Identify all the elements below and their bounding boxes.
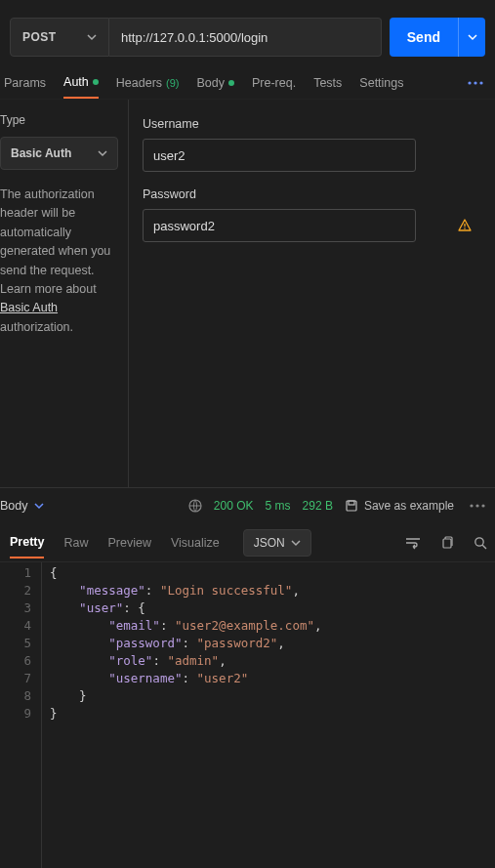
response-more[interactable] xyxy=(466,504,489,508)
auth-panel: Type Basic Auth The authorization header… xyxy=(0,100,495,488)
response-format-select[interactable]: JSON xyxy=(243,529,311,557)
svg-rect-7 xyxy=(349,501,354,505)
auth-help-link[interactable]: Basic Auth xyxy=(0,301,58,314)
auth-sidebar: Type Basic Auth The authorization header… xyxy=(0,100,129,487)
send-button-group: Send xyxy=(390,18,485,57)
view-tab-raw[interactable]: Raw xyxy=(63,536,88,550)
response-format-value: JSON xyxy=(254,536,285,550)
svg-rect-11 xyxy=(443,539,451,548)
response-status: 200 OK xyxy=(214,499,254,513)
svg-point-2 xyxy=(479,81,482,84)
tab-tests[interactable]: Tests xyxy=(313,66,342,99)
warning-icon xyxy=(458,219,472,232)
headers-count: (9) xyxy=(166,77,179,89)
svg-point-0 xyxy=(468,81,471,84)
tab-body-label: Body xyxy=(197,76,226,90)
http-method-select[interactable]: POST xyxy=(10,18,109,57)
chevron-down-icon xyxy=(87,32,97,42)
request-url-input[interactable] xyxy=(109,18,382,57)
code-content: { "message": "Login successful", "user":… xyxy=(41,562,495,868)
auth-help-post: authorization. xyxy=(0,320,73,334)
username-label: Username xyxy=(143,117,481,131)
password-row: Password xyxy=(143,187,481,242)
auth-help-pre: The authorization header will be automat… xyxy=(0,187,110,296)
response-body-dropdown[interactable]: Body xyxy=(0,499,44,513)
response-body-label: Body xyxy=(0,499,28,513)
svg-point-1 xyxy=(474,81,476,84)
svg-line-13 xyxy=(482,545,486,549)
response-size: 292 B xyxy=(303,499,333,513)
response-toolbar xyxy=(405,536,487,550)
view-tab-preview[interactable]: Preview xyxy=(107,536,150,550)
auth-type-label: Type xyxy=(0,113,118,127)
copy-icon[interactable] xyxy=(440,536,454,550)
chevron-down-icon xyxy=(291,538,301,548)
username-input[interactable] xyxy=(143,139,416,172)
auth-type-value: Basic Auth xyxy=(11,146,71,160)
tab-headers[interactable]: Headers (9) xyxy=(116,66,180,99)
auth-help-text: The authorization header will be automat… xyxy=(0,186,118,337)
username-row: Username xyxy=(143,117,481,172)
request-tabs: Params Auth Headers (9) Body Pre-req. Te… xyxy=(0,66,495,100)
send-options-button[interactable] xyxy=(458,18,485,57)
save-as-example-label: Save as example xyxy=(364,499,454,513)
response-body-code[interactable]: 123456789 { "message": "Login successful… xyxy=(0,562,495,868)
auth-form: Username Password xyxy=(129,100,495,487)
view-tab-visualize[interactable]: Visualize xyxy=(171,536,220,550)
tab-auth[interactable]: Auth xyxy=(63,66,99,99)
save-as-example-button[interactable]: Save as example xyxy=(345,499,454,513)
tab-params[interactable]: Params xyxy=(4,66,46,99)
response-header: Body 200 OK 5 ms 292 B Save as example xyxy=(0,488,495,523)
request-tabs-more[interactable] xyxy=(468,81,491,85)
tab-auth-label: Auth xyxy=(63,75,89,89)
request-bar: POST Send xyxy=(0,0,495,66)
tab-body[interactable]: Body xyxy=(197,66,235,99)
globe-icon[interactable] xyxy=(188,499,202,513)
chevron-down-icon xyxy=(98,148,107,158)
chevron-down-icon xyxy=(34,501,44,511)
save-icon xyxy=(345,499,358,513)
response-time: 5 ms xyxy=(266,499,291,513)
http-method-value: POST xyxy=(22,30,57,44)
tab-settings[interactable]: Settings xyxy=(359,66,403,99)
active-dot-icon xyxy=(93,79,99,85)
chevron-down-icon xyxy=(468,32,477,42)
password-label: Password xyxy=(143,187,481,201)
line-gutter: 123456789 xyxy=(0,562,41,868)
send-button[interactable]: Send xyxy=(390,18,458,57)
search-icon[interactable] xyxy=(474,536,487,550)
password-input[interactable] xyxy=(143,209,416,242)
svg-point-9 xyxy=(475,504,478,507)
svg-point-4 xyxy=(464,227,466,229)
tab-headers-label: Headers xyxy=(116,76,162,90)
auth-type-select[interactable]: Basic Auth xyxy=(0,137,118,170)
svg-point-12 xyxy=(475,537,483,545)
active-dot-icon xyxy=(228,80,234,86)
tab-prereq[interactable]: Pre-req. xyxy=(252,66,296,99)
dots-icon xyxy=(470,504,485,508)
svg-point-8 xyxy=(470,504,473,507)
response-meta: 200 OK 5 ms 292 B Save as example xyxy=(188,499,489,513)
response-view-tabs: Pretty Raw Preview Visualize JSON xyxy=(0,523,495,562)
dots-icon xyxy=(468,81,483,85)
wrap-icon[interactable] xyxy=(405,536,421,550)
svg-point-10 xyxy=(481,504,484,507)
view-tab-pretty[interactable]: Pretty xyxy=(10,535,44,558)
